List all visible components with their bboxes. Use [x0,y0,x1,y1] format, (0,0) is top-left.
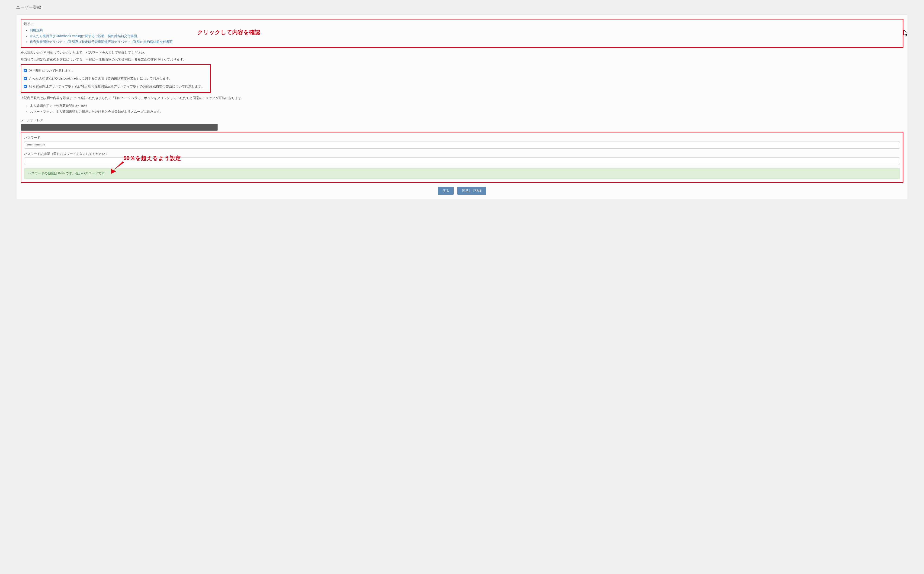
consent-row-orderbook: かんたん売買及びOrderbook tradingに関するご説明（契約締結前交付… [24,75,208,82]
email-field[interactable] [20,124,218,131]
button-row: 戻る 同意して登録 [20,187,904,195]
back-button[interactable]: 戻る [438,187,454,195]
consent-label-terms: 利用規約について同意します。 [29,69,75,73]
consent-checkboxes-box: 利用規約について同意します。 かんたん売買及びOrderbook trading… [20,64,211,93]
submit-button[interactable]: 同意して登録 [457,187,486,195]
note-duration: 本人確認終了までの所要時間約5〜10分 [30,103,904,109]
intro-paragraph-1: をお読みいただき同意していただいた上で、パスワードを入力して登録してください。 [20,50,904,55]
arrow-down-left-icon [107,161,126,175]
checkbox-terms[interactable] [24,69,27,73]
page-title: ユーザー登録 [16,5,908,10]
link-orderbook-doc[interactable]: かんたん売買及びOrderbook tradingに関するご説明（契約締結前交付… [30,34,140,38]
consent-label-derivative: 暗号資産関連デリバティブ取引及び特定暗号資産関連店頭デリバティブ取引の契約締結前… [29,84,205,88]
cursor-icon [902,29,910,37]
registration-panel: 最初に 利用規約 かんたん売買及びOrderbook tradingに関するご説… [16,14,908,199]
password-input[interactable] [24,141,900,149]
consent-label-orderbook: かんたん売買及びOrderbook tradingに関するご説明（契約締結前交付… [29,77,172,81]
link-terms[interactable]: 利用規約 [30,28,43,32]
checkbox-derivative[interactable] [24,85,27,88]
consent-row-derivative: 暗号資産関連デリバティブ取引及び特定暗号資産関連店頭デリバティブ取引の契約締結前… [24,82,208,90]
checkbox-orderbook[interactable] [24,77,27,80]
intro-paragraph-2: ※当社では特定投資家のお客様についても、一律に一般投資家のお客様同様、各種書面の… [20,57,904,62]
annotation-click-to-confirm: クリックして内容を確認 [197,28,260,36]
consent-row-terms: 利用規約について同意します。 [24,67,208,75]
password-section-box: パスワード パスワードの確認（同じパスワードを入力してください） 50％を超える… [20,132,904,183]
password-strength-bar: パスワードの強度は 84% です。強いパスワードです [24,168,900,179]
intro-heading: 最初に [24,22,900,26]
notes-list: 本人確認終了までの所要時間約5〜10分 スマートフォン、本人確認書類をご用意いた… [20,103,904,115]
consent-instruction: 上記利用規約と説明の内容を最後までご確認いただきましたら「前のページへ戻る」ボタ… [20,95,904,101]
annotation-strength-target: 50％を超えるよう設定 [123,155,181,162]
intro-documents-box: 最初に 利用規約 かんたん売買及びOrderbook tradingに関するご説… [20,19,904,48]
email-label: メールアドレス [20,118,904,123]
document-link-list: 利用規約 かんたん売買及びOrderbook tradingに関するご説明（契約… [24,27,900,45]
link-derivative-doc[interactable]: 暗号資産関連デリバティブ取引及び特定暗号資産関連店頭デリバティブ取引の契約締結前… [30,40,173,44]
password-label: パスワード [24,136,900,140]
note-smartphone: スマートフォン、本人確認書類をご用意いただけると会員登録がよりスムーズに進みます… [30,109,904,115]
